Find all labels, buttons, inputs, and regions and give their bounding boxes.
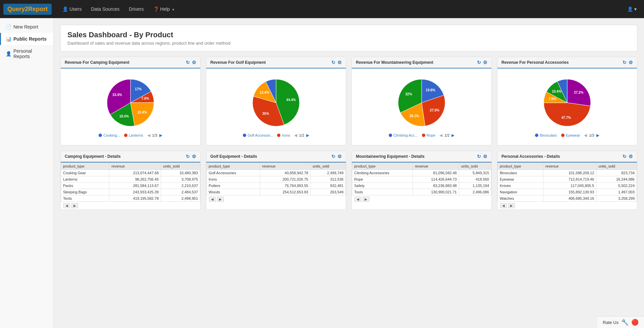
prev-table-page-btn[interactable]: ◀ <box>209 197 216 202</box>
next-page-icon[interactable]: ▶ <box>306 133 309 138</box>
table-card-mountaineering-details: Mountaineering Equipment - Details ↻ ⚙ p… <box>352 151 492 210</box>
legend-dot <box>243 134 246 137</box>
prev-page-icon[interactable]: ◀ <box>294 133 297 138</box>
legend-label[interactable]: Irons <box>282 133 290 137</box>
settings-icon[interactable]: ⚙ <box>629 60 633 65</box>
legend-label[interactable]: Golf Accessor... <box>248 133 273 137</box>
main-content: Sales Dashboard - By Product Dashboard o… <box>54 18 644 328</box>
refresh-icon[interactable]: ↻ <box>186 154 190 159</box>
table-cell: 40,858,942.78 <box>260 170 310 176</box>
refresh-icon[interactable]: ↻ <box>623 154 627 159</box>
legend-label[interactable]: Binoculars <box>540 133 557 137</box>
prev-page-icon[interactable]: ◀ <box>147 133 150 138</box>
card-actions: ↻ ⚙ <box>623 60 633 65</box>
prev-table-page-btn[interactable]: ◀ <box>500 203 507 208</box>
settings-icon[interactable]: ⚙ <box>483 60 487 65</box>
footer-icon: 🔧 <box>621 319 629 326</box>
next-table-page-btn[interactable]: ▶ <box>363 197 369 202</box>
table-cell: Woods <box>207 189 260 195</box>
chart-card-header-mountaineering: Revenue For Mountaineering Equipment ↻ ⚙ <box>352 57 491 68</box>
table-row: Tools130,900,021.712,496,086 <box>352 189 491 195</box>
table-cell: 2,210,637 <box>161 183 200 189</box>
table-cell: 2,498,951 <box>161 195 200 202</box>
settings-icon[interactable]: ⚙ <box>629 154 633 159</box>
table-nav: ◀ ▶ <box>61 202 200 209</box>
legend-label[interactable]: Cooking... <box>103 133 120 137</box>
nav-drivers[interactable]: Drivers <box>125 4 148 14</box>
legend-item: Lanterns <box>124 133 143 137</box>
table-cell: Rope <box>352 176 413 183</box>
table-cell: Climbing Accessories <box>352 170 413 176</box>
refresh-icon[interactable]: ↻ <box>477 154 481 159</box>
prev-table-page-btn[interactable]: ◀ <box>355 197 361 202</box>
table-cell: 130,900,021.71 <box>413 189 459 195</box>
nav-help[interactable]: ❓ Help ▾ <box>149 4 178 14</box>
legend-label[interactable]: Lanterns <box>129 133 143 137</box>
next-page-icon[interactable]: ▶ <box>159 133 162 138</box>
pie-container: 27.2%47.7%7.8%10.4% Binoculars Eyewear ◀… <box>501 73 633 141</box>
user-menu[interactable]: 👤 ▾ <box>623 4 641 14</box>
table-cell: 16,244,986 <box>596 176 637 183</box>
next-table-page-btn[interactable]: ▶ <box>71 203 78 208</box>
nav-data-sources[interactable]: Data Sources <box>87 4 124 14</box>
svg-text:27.2%: 27.2% <box>574 91 583 94</box>
page-header: Sales Dashboard - By Product Dashboard o… <box>60 25 637 51</box>
sidebar-item-public-reports[interactable]: 📊 Public Reports <box>0 33 53 45</box>
table-row: Cooking Gear213,074,447.6810,480,383 <box>61 170 200 176</box>
table-row: Climbing Accessories81,096,582.485,849,3… <box>352 170 491 176</box>
table-cell: 5,502,224 <box>596 183 637 189</box>
legend-label[interactable]: Eyewear <box>566 133 580 137</box>
refresh-icon[interactable]: ↻ <box>331 60 335 65</box>
table-cell: Binoculars <box>498 170 543 176</box>
legend-label[interactable]: Rope <box>427 133 435 137</box>
prev-page-icon[interactable]: ◀ <box>439 133 442 138</box>
next-table-page-btn[interactable]: ▶ <box>217 197 224 202</box>
table-row: Knives117,045,805.55,502,224 <box>498 183 637 189</box>
table-cell: 3,258,299 <box>596 195 637 202</box>
data-table: product_typerevenueunits_sold Golf Acces… <box>206 162 346 195</box>
svg-text:22.4%: 22.4% <box>138 110 147 114</box>
settings-icon[interactable]: ⚙ <box>192 154 196 159</box>
refresh-icon[interactable]: ↻ <box>331 154 335 159</box>
refresh-icon[interactable]: ↻ <box>477 60 481 65</box>
table-cell: 10,480,383 <box>161 170 200 176</box>
next-table-page-btn[interactable]: ▶ <box>508 203 515 208</box>
table-nav: ◀ ▶ <box>206 195 346 203</box>
next-page-icon[interactable]: ▶ <box>596 133 599 138</box>
svg-text:10.4%: 10.4% <box>552 90 561 93</box>
table-row: Binoculars101,588,209.12823,734 <box>498 170 637 176</box>
data-table: product_typerevenueunits_sold Binoculars… <box>497 162 637 202</box>
col-header: revenue <box>413 163 459 170</box>
nav-users[interactable]: 👤 Users <box>58 4 86 14</box>
card-actions: ↻ ⚙ <box>331 60 342 65</box>
table-cell: 101,588,209.12 <box>543 170 596 176</box>
pagination-control: ◀ 1/3 ▶ <box>584 133 599 138</box>
settings-icon[interactable]: ⚙ <box>192 60 196 65</box>
table-body: product_typerevenueunits_sold Climbing A… <box>352 162 491 203</box>
brand-text: Query <box>7 6 25 12</box>
settings-icon[interactable]: ⚙ <box>337 154 342 159</box>
refresh-icon[interactable]: ↻ <box>186 60 190 65</box>
table-nav: ◀ ▶ <box>497 202 637 209</box>
pie-legend: Cooking... Lanterns ◀ 1/3 ▶ <box>99 133 162 138</box>
prev-table-page-btn[interactable]: ◀ <box>63 203 70 208</box>
sidebar-item-personal-reports[interactable]: 👤 Personal Reports <box>0 45 53 62</box>
chart-body: 27.2%47.7%7.8%10.4% Binoculars Eyewear ◀… <box>497 68 637 145</box>
svg-text:47.7%: 47.7% <box>561 116 571 120</box>
next-page-icon[interactable]: ▶ <box>451 133 454 138</box>
table-row: Golf Accessories40,858,942.782,499,749 <box>207 170 346 176</box>
sidebar-item-new-report[interactable]: 📄 New Report <box>0 21 53 33</box>
prev-page-icon[interactable]: ◀ <box>584 133 587 138</box>
table-header-row: product_typerevenueunits_sold <box>61 163 200 170</box>
user-avatar-icon: 👤 <box>627 6 633 12</box>
brand-logo[interactable]: Query2Report <box>3 4 52 15</box>
settings-icon[interactable]: ⚙ <box>483 154 487 159</box>
legend-label[interactable]: Climbing Acc... <box>393 133 418 137</box>
table-cell: 823,734 <box>596 170 637 176</box>
refresh-icon[interactable]: ↻ <box>623 60 627 65</box>
table-cell: 155,892,130.93 <box>543 189 596 195</box>
settings-icon[interactable]: ⚙ <box>337 60 342 65</box>
table-cell: 406,685,349.16 <box>543 195 596 202</box>
chart-card-personal: Revenue For Personal Accessories ↻ ⚙ 27.… <box>497 57 637 145</box>
table-cell: 932,481 <box>310 183 345 189</box>
